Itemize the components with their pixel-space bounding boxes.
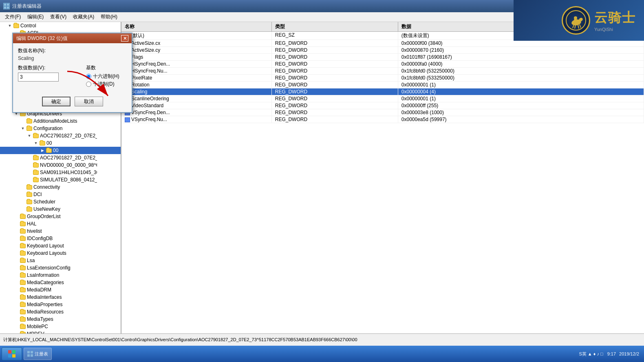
expand-icon[interactable]: ▶ xyxy=(13,301,20,308)
dec-radio[interactable] xyxy=(86,82,91,87)
tree-item-grouporderlist[interactable]: ▶ GroupOrderList xyxy=(0,213,121,220)
tree-label: AOC27901827_2D_07E2_73^51178CC2... xyxy=(40,133,97,139)
tray-text: S英 ▲ ♦ ♪ □ xyxy=(579,351,603,357)
folder-icon xyxy=(26,126,33,131)
tree-item-additionalmodelists[interactable]: ▶ AdditionalModeLists xyxy=(0,117,121,125)
expand-icon[interactable]: ▶ xyxy=(13,323,20,330)
table-row[interactable]: ActiveSize.cx REG_DWORD 0x00000f00 (3840… xyxy=(121,40,644,47)
tree-item-mediaresources[interactable]: ▶ MediaResources xyxy=(0,308,121,316)
table-row-scaling[interactable]: Scaling REG_DWORD 0x00000004 (4) xyxy=(121,88,644,95)
expand-icon[interactable]: ▶ xyxy=(26,177,33,183)
folder-icon xyxy=(39,140,46,146)
expand-icon[interactable]: ▶ xyxy=(20,118,26,124)
table-row[interactable]: HSyncFreq.Nu... REG_DWORD 0x1fc8bfd0 (53… xyxy=(121,68,644,75)
table-row[interactable]: Rotation REG_DWORD 0x00000001 (1) xyxy=(121,82,644,88)
tree-item-dci[interactable]: ▶ DCI xyxy=(0,191,121,198)
tree-label: DCI xyxy=(33,192,42,197)
tree-item-control[interactable]: ▼ Control xyxy=(0,22,121,29)
dialog-close-button[interactable]: ✕ xyxy=(121,35,128,42)
table-row[interactable]: VSyncFreq.Den... REG_DWORD 0x000003e8 (1… xyxy=(121,109,644,116)
expand-icon[interactable]: ▶ xyxy=(13,265,20,271)
table-row[interactable]: ActiveSize.cy REG_DWORD 0x00000870 (2160… xyxy=(121,47,644,54)
table-row[interactable]: ScanlineOrdering REG_DWORD 0x00000001 (1… xyxy=(121,95,644,102)
expand-icon[interactable]: ▶ xyxy=(13,279,20,286)
tree-item-simulated[interactable]: ▶ SIMULATED_8086_0412_00000000_00C... xyxy=(0,176,121,183)
expand-icon[interactable]: ▼ xyxy=(26,132,33,139)
tree-item-mediatypes[interactable]: ▶ MediaTypes xyxy=(0,316,121,323)
tree-item-00-outer[interactable]: ▼ 00 xyxy=(0,139,121,147)
start-button[interactable] xyxy=(2,347,22,360)
tree-item-mobilepc[interactable]: ▶ MobilePC xyxy=(0,323,121,330)
menu-edit[interactable]: 编辑(E) xyxy=(24,13,47,21)
tree-item-scheduler[interactable]: ▶ Scheduler xyxy=(0,198,121,205)
expand-icon[interactable]: ▶ xyxy=(13,213,20,220)
menu-favorites[interactable]: 收藏夹(A) xyxy=(70,13,97,21)
expand-icon[interactable]: ▶ xyxy=(13,257,20,264)
expand-icon[interactable]: ▶ xyxy=(20,184,26,190)
expand-icon[interactable]: ▶ xyxy=(20,206,26,212)
expand-icon[interactable]: ▶ xyxy=(13,243,20,249)
tree-item-keyboard-layout[interactable]: ▶ Keyboard Layout xyxy=(0,242,121,249)
tree-item-00-inner[interactable]: ▶ 00 xyxy=(0,147,121,154)
table-row[interactable]: VideoStandard REG_DWORD 0x000000ff (255) xyxy=(121,102,644,109)
expand-icon[interactable]: ▶ xyxy=(26,155,33,161)
menu-file[interactable]: 文件(F) xyxy=(2,13,24,21)
expand-icon[interactable]: ▶ xyxy=(26,169,33,176)
base-label: 基数 xyxy=(86,64,127,71)
tree-item-idconfigdb[interactable]: ▶ IDConfigDB xyxy=(0,235,121,242)
tree-item-mediacategories[interactable]: ▶ MediaCategories xyxy=(0,279,121,286)
expand-icon[interactable]: ▶ xyxy=(20,199,26,205)
tree-item-lsainformation[interactable]: ▶ LsaInformation xyxy=(0,272,121,279)
tree-item-usenewkey[interactable]: ▶ UseNewKey xyxy=(0,205,121,213)
expand-icon[interactable]: ▼ xyxy=(7,22,13,29)
tree-item-aoc1[interactable]: ▼ AOC27901827_2D_07E2_73^51178CC2... xyxy=(0,132,121,139)
cell-data: 0x1fc8bfd0 (532250000) xyxy=(398,68,644,74)
table-row[interactable]: HSyncFreq.Den... REG_DWORD 0x00000fa0 (4… xyxy=(121,61,644,68)
expand-icon[interactable]: ▶ xyxy=(13,235,20,242)
tree-item-mediadrm[interactable]: ▶ MediaDRM xyxy=(0,286,121,294)
table-row[interactable]: PixelRate REG_DWORD 0x1fc8bfd0 (53325000… xyxy=(121,75,644,82)
taskbar-regedit[interactable]: 注册表 xyxy=(24,348,52,360)
folder-icon xyxy=(33,170,39,175)
value-data-input[interactable] xyxy=(18,73,59,82)
expand-icon[interactable]: ▶ xyxy=(13,228,20,234)
tree-item-keyboard-layouts[interactable]: ▶ Keyboard Layouts xyxy=(0,249,121,257)
table-row[interactable]: Flags REG_DWORD 0x0101ff87 (16908167) xyxy=(121,54,644,61)
expand-icon[interactable]: ▶ xyxy=(13,221,20,227)
folder-icon xyxy=(20,316,26,322)
tree-item-sam[interactable]: ▶ SAM0911H4LHC01045_30_07E0_5C+A... xyxy=(0,169,121,176)
cancel-button[interactable]: 取消 xyxy=(75,97,103,106)
expand-icon[interactable]: ▶ xyxy=(26,162,33,168)
menu-view[interactable]: 查看(V) xyxy=(47,13,70,21)
tree-item-lsa[interactable]: ▶ Lsa xyxy=(0,257,121,264)
menu-help[interactable]: 帮助(H) xyxy=(97,13,121,21)
tree-item-aoc2[interactable]: ▶ AOC27901827_2D_07E2_73+SIMULATI... xyxy=(0,154,121,161)
expand-icon[interactable]: ▼ xyxy=(33,140,39,146)
tree-item-nvd[interactable]: ▶ NVD00000_00_0000_98^60BCFCB114A... xyxy=(0,161,121,169)
tree-item-hivelist[interactable]: ▶ hivelist xyxy=(0,227,121,235)
logo-title: 云骑士 xyxy=(594,9,636,27)
hex-radio[interactable] xyxy=(86,74,91,79)
expand-icon[interactable]: ▶ xyxy=(13,316,20,322)
tree-item-hal[interactable]: ▶ HAL xyxy=(0,220,121,227)
expand-icon[interactable]: ▶ xyxy=(39,147,46,154)
tree-item-configuration[interactable]: ▼ Configuration xyxy=(0,125,121,132)
table-row[interactable]: VSyncFreq.Nu... REG_DWORD 0x0000ea5d (59… xyxy=(121,116,644,123)
expand-icon[interactable]: ▶ xyxy=(20,191,26,198)
expand-icon[interactable]: ▶ xyxy=(13,287,20,293)
svg-rect-6 xyxy=(8,354,11,358)
tree-item-lsaextensionconfig[interactable]: ▶ LsaExtensionConfig xyxy=(0,264,121,272)
expand-icon[interactable]: ▶ xyxy=(13,250,20,256)
ok-button[interactable]: 确定 xyxy=(42,97,71,106)
tree-item-mediainterfaces[interactable]: ▶ MediaInterfaces xyxy=(0,294,121,301)
expand-icon[interactable]: ▼ xyxy=(20,125,26,132)
cell-type: REG_DWORD xyxy=(272,82,398,88)
tree-label: LsaExtensionConfig xyxy=(27,265,71,271)
tree-item-mediaproperties[interactable]: ▶ MediaProperties xyxy=(0,301,121,308)
expand-icon[interactable]: ▶ xyxy=(13,294,20,300)
folder-icon xyxy=(20,324,26,329)
svg-line-16 xyxy=(575,25,576,29)
tree-item-connectivity[interactable]: ▶ Connectivity xyxy=(0,183,121,191)
expand-icon[interactable]: ▶ xyxy=(13,309,20,315)
expand-icon[interactable]: ▶ xyxy=(13,272,20,278)
